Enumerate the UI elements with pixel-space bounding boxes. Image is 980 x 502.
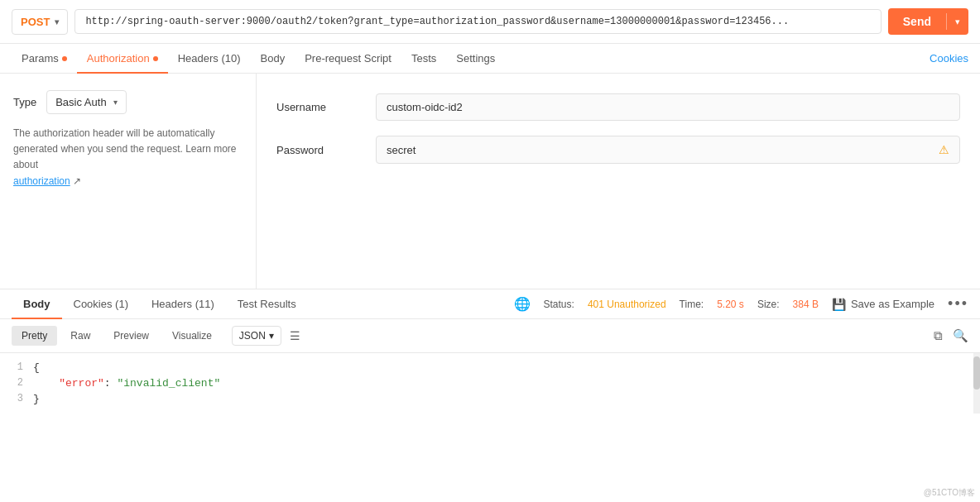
auth-left-panel: Type Basic Auth ▾ The authorization head… <box>0 74 257 289</box>
tab-headers[interactable]: Headers (10) <box>168 44 251 73</box>
tab-authorization[interactable]: Authorization <box>77 44 168 73</box>
code-line-2: 2 "error": "invalid_client" <box>0 375 980 391</box>
username-input[interactable]: custom-oidc-id2 <box>376 93 960 121</box>
filter-icon[interactable]: ☰ <box>290 329 300 342</box>
authorization-link[interactable]: authorization <box>13 175 70 187</box>
size-label: Size: <box>757 299 780 310</box>
code-area-wrapper: 1 { 2 "error": "invalid_client" 3 } <box>0 353 980 414</box>
method-value: POST <box>21 16 50 28</box>
auth-right-panel: Username custom-oidc-id2 Password secret… <box>257 74 980 289</box>
tab-body[interactable]: Body <box>251 44 295 73</box>
params-dot <box>62 56 67 61</box>
tab-pre-request-label: Pre-request Script <box>305 52 392 65</box>
line-num-1: 1 <box>0 361 33 373</box>
time-value: 5.20 s <box>717 299 744 310</box>
send-button[interactable]: Send <box>888 8 946 35</box>
username-row: Username custom-oidc-id2 <box>276 93 960 121</box>
copy-button[interactable]: ⧉ <box>934 328 943 343</box>
tab-authorization-label: Authorization <box>87 52 150 65</box>
tab-headers-label: Headers (10) <box>178 52 241 65</box>
status-label: Status: <box>544 299 574 310</box>
resp-tab-body[interactable]: Body <box>12 289 62 318</box>
more-options-button[interactable]: ••• <box>948 295 968 313</box>
format-tab-visualize[interactable]: Visualize <box>162 326 222 346</box>
format-type-chevron-icon: ▾ <box>269 330 274 342</box>
authorization-dot <box>153 56 158 61</box>
format-bar: Pretty Raw Preview Visualize JSON ▾ ☰ ⧉ … <box>0 319 980 353</box>
tab-tests-label: Tests <box>411 52 436 65</box>
type-label: Type <box>13 96 36 108</box>
response-tab-bar: Body Cookies (1) Headers (11) Test Resul… <box>0 289 980 319</box>
format-tab-preview[interactable]: Preview <box>103 326 159 346</box>
resp-tab-cookies[interactable]: Cookies (1) <box>62 289 140 318</box>
resp-tab-headers[interactable]: Headers (11) <box>140 289 226 318</box>
format-type-value: JSON <box>239 330 266 342</box>
type-value: Basic Auth <box>55 96 106 108</box>
format-tab-pretty[interactable]: Pretty <box>12 326 57 346</box>
send-button-group: Send ▾ <box>888 8 968 35</box>
response-status-bar: 🌐 Status: 401 Unauthorized Time: 5.20 s … <box>514 295 968 313</box>
watermark: @51CTO博客 <box>924 487 975 499</box>
line-num-2: 2 <box>0 377 33 389</box>
tab-body-label: Body <box>261 52 286 65</box>
tab-tests[interactable]: Tests <box>401 44 446 73</box>
save-icon: 💾 <box>832 298 846 311</box>
username-label: Username <box>276 101 376 113</box>
tab-params-label: Params <box>22 52 59 65</box>
time-label: Time: <box>680 299 704 310</box>
type-row: Type Basic Auth ▾ <box>13 90 243 114</box>
cookies-link[interactable]: Cookies <box>930 52 968 65</box>
tab-settings[interactable]: Settings <box>446 44 505 73</box>
search-button[interactable]: 🔍 <box>953 328 968 343</box>
main-content: Type Basic Auth ▾ The authorization head… <box>0 74 980 289</box>
auth-description: The authorization header will be automat… <box>13 126 243 189</box>
warning-icon: ⚠ <box>939 143 949 156</box>
status-code: 401 Unauthorized <box>588 299 666 310</box>
request-tab-bar: Params Authorization Headers (10) Body P… <box>0 44 980 74</box>
response-code-area: 1 { 2 "error": "invalid_client" 3 } <box>0 353 980 414</box>
format-type-selector[interactable]: JSON ▾ <box>232 326 281 346</box>
tab-pre-request[interactable]: Pre-request Script <box>295 44 401 73</box>
type-selector[interactable]: Basic Auth ▾ <box>46 90 126 114</box>
tab-params[interactable]: Params <box>12 44 77 73</box>
globe-icon: 🌐 <box>514 296 531 312</box>
top-bar: POST ▾ Send ▾ <box>0 0 980 44</box>
save-example-label: Save as Example <box>851 298 934 310</box>
password-input[interactable]: secret ⚠ <box>376 136 960 164</box>
method-chevron-icon: ▾ <box>55 17 59 26</box>
size-value: 384 B <box>793 299 819 310</box>
scrollbar-right <box>973 353 980 414</box>
method-selector[interactable]: POST ▾ <box>12 9 68 35</box>
resp-tab-test-results[interactable]: Test Results <box>226 289 308 318</box>
line-num-3: 3 <box>0 393 33 404</box>
type-chevron-icon: ▾ <box>113 98 118 107</box>
tab-settings-label: Settings <box>456 52 495 65</box>
save-example-button[interactable]: 💾 Save as Example <box>832 298 934 311</box>
password-label: Password <box>276 144 376 156</box>
code-line-3: 3 } <box>0 391 980 407</box>
password-row: Password secret ⚠ <box>276 136 960 164</box>
scrollbar-thumb[interactable] <box>973 356 980 390</box>
code-line-1: 1 { <box>0 360 980 375</box>
format-tab-raw[interactable]: Raw <box>60 326 100 346</box>
send-chevron-icon[interactable]: ▾ <box>947 10 968 34</box>
url-input[interactable] <box>74 9 881 34</box>
